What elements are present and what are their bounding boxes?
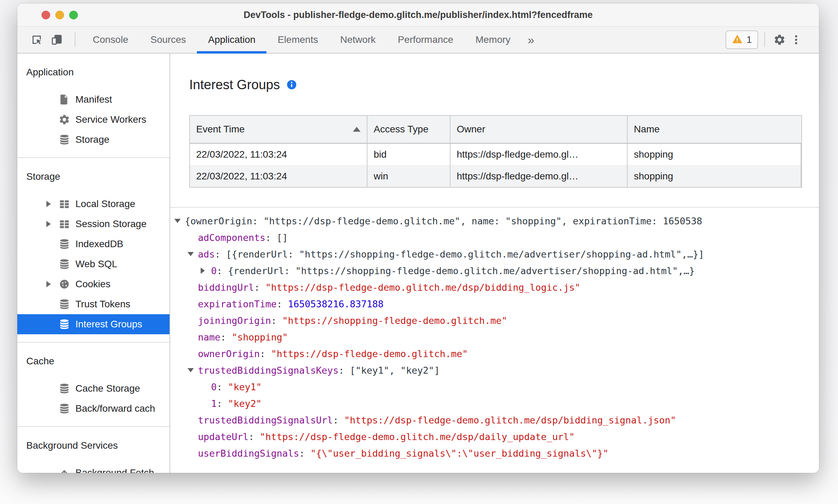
sidebar-item-manifest[interactable]: Manifest [17, 90, 170, 110]
toolbar-separator [75, 32, 75, 47]
sidebar-item-label: Manifest [75, 94, 112, 105]
page-title: Interest Groups [189, 77, 280, 92]
zoom-button[interactable] [69, 11, 78, 19]
tab-performance[interactable]: Performance [387, 27, 464, 53]
tree-segment-key: updateUrl [198, 431, 248, 442]
sort-asc-icon [353, 127, 361, 132]
tree-segment-string: "https://shopping-fledge-demo.glitch.me" [282, 315, 507, 326]
column-header-event-time[interactable]: Event Time [190, 116, 367, 143]
interest-group-detail-tree: {ownerOrigin: "https://dsp-fledge-demo.g… [170, 207, 819, 473]
tree-segment-number: 1650538216.837188 [288, 299, 383, 309]
tree-line: 0: "key1" [170, 379, 819, 395]
tree-line: userBiddingSignals: "{\"user_bidding_sig… [170, 445, 819, 461]
tree-segment-key: trustedBiddingSignalsKeys [198, 365, 338, 376]
tab-application[interactable]: Application [197, 27, 266, 53]
inspect-icon[interactable] [28, 31, 45, 48]
tree-line: biddingUrl: "https://dsp-fledge-demo.gli… [170, 279, 819, 296]
cell-access-type: win [367, 166, 450, 187]
tree-segment-preview: ["key1", "key2"] [350, 365, 440, 376]
tree-segment-plain: : [260, 348, 271, 359]
tree-segment-key: ownerOrigin [198, 348, 260, 359]
cell-name: shopping [628, 144, 801, 165]
table-row[interactable]: 22/03/2022, 11:03:24winhttps://dsp-fledg… [190, 165, 801, 187]
kebab-menu-icon[interactable] [788, 31, 804, 48]
settings-gear-icon[interactable] [771, 31, 788, 48]
grid-icon [58, 198, 71, 210]
sidebar-item-label: Back/forward cach [75, 403, 155, 414]
minimize-button[interactable] [55, 11, 64, 19]
more-tabs-icon[interactable]: » [521, 27, 540, 53]
sidebar-item-storage[interactable]: Storage [17, 130, 170, 150]
column-header-label: Owner [457, 124, 485, 135]
tree-line: joiningOrigin: "https://shopping-fledge-… [170, 312, 819, 329]
tree-segment-plain: : [265, 232, 277, 243]
tab-console[interactable]: Console [82, 27, 139, 53]
sidebar-item-session-storage[interactable]: Session Storage [17, 214, 170, 234]
sidebar-item-label: Cookies [75, 279, 110, 290]
expand-arrow-icon[interactable] [46, 221, 58, 227]
chevron-right-icon[interactable] [201, 268, 211, 274]
sidebar-item-background-fetch[interactable]: Background Fetch [17, 463, 170, 473]
sidebar-section-background-services: Background ServicesBackground Fetch [17, 426, 170, 473]
sidebar-section-title: Cache [17, 352, 170, 371]
tab-sources[interactable]: Sources [139, 27, 197, 53]
interest-groups-panel: Interest Groups Event TimeAccess TypeOwn… [170, 54, 819, 473]
sidebar-item-service-workers[interactable]: Service Workers [17, 110, 170, 130]
tree-line: name: "shopping" [170, 329, 819, 345]
database-icon [58, 133, 71, 146]
cell-event-time: 22/03/2022, 11:03:24 [190, 144, 367, 165]
tab-memory[interactable]: Memory [464, 27, 521, 53]
tab-network[interactable]: Network [329, 27, 387, 53]
sidebar-item-cache-storage[interactable]: Cache Storage [17, 379, 170, 399]
sidebar-item-web-sql[interactable]: Web SQL [17, 254, 170, 274]
sidebar-section-cache: CacheCache StorageBack/forward cach [17, 342, 170, 426]
table-body: 22/03/2022, 11:03:24bidhttps://dsp-fledg… [190, 144, 801, 187]
tab-elements[interactable]: Elements [266, 27, 329, 53]
database-icon [58, 382, 71, 395]
tree-line: ownerOrigin: "https://dsp-fledge-demo.gl… [170, 345, 819, 362]
tree-line: 1: "key2" [170, 395, 819, 412]
tree-line[interactable]: ads: [{renderUrl: "https://shopping-fled… [170, 246, 819, 262]
column-header-access-type[interactable]: Access Type [367, 116, 450, 143]
sidebar-item-trust-tokens[interactable]: Trust Tokens [17, 294, 170, 314]
tree-segment-plain: : [338, 365, 350, 376]
sidebar-item-indexeddb[interactable]: IndexedDB [17, 234, 170, 254]
chevron-down-icon[interactable] [174, 219, 185, 223]
window-title: DevTools - publisher-fledge-demo.glitch.… [17, 10, 819, 20]
warning-count: 1 [746, 34, 752, 45]
sidebar-item-interest-groups[interactable]: Interest Groups [17, 314, 170, 334]
tree-segment-key: trustedBiddingSignalsUrl [198, 415, 333, 426]
column-header-owner[interactable]: Owner [450, 116, 628, 143]
tree-segment-plain: : [220, 332, 232, 343]
sidebar-section-title: Application [17, 63, 170, 82]
cell-name: shopping [628, 166, 801, 187]
sidebar-item-local-storage[interactable]: Local Storage [17, 194, 170, 214]
chevron-down-icon[interactable] [188, 252, 198, 256]
sidebar-item-label: Storage [75, 134, 109, 145]
tree-line[interactable]: 0: {renderUrl: "https://shopping-fledge-… [170, 262, 819, 279]
database-icon [58, 258, 71, 270]
chevron-down-icon[interactable] [188, 368, 198, 372]
issues-warning-badge[interactable]: 1 [726, 30, 758, 49]
expand-arrow-icon[interactable] [46, 201, 58, 207]
tree-segment-string: "key2" [228, 398, 262, 409]
sidebar-item-back-forward-cach[interactable]: Back/forward cach [17, 399, 170, 419]
info-icon[interactable] [286, 79, 297, 90]
expand-arrow-icon[interactable] [46, 281, 58, 287]
sidebar-section-title: Storage [17, 167, 170, 186]
tree-line[interactable]: trustedBiddingSignalsKeys: ["key1", "key… [170, 362, 819, 379]
gear-icon [58, 113, 71, 126]
sidebar-item-label: IndexedDB [75, 239, 124, 250]
tree-line[interactable]: {ownerOrigin: "https://dsp-fledge-demo.g… [170, 213, 819, 229]
sidebar-item-cookies[interactable]: Cookies [17, 274, 170, 294]
close-button[interactable] [42, 11, 50, 19]
tree-segment-preview: {renderUrl: "https://shopping-fledge-dem… [228, 265, 695, 276]
table-row[interactable]: 22/03/2022, 11:03:24bidhttps://dsp-fledg… [190, 144, 801, 165]
device-toolbar-icon[interactable] [48, 31, 65, 48]
file-icon [58, 93, 71, 106]
devtools-content: ApplicationManifestService WorkersStorag… [17, 54, 819, 473]
tree-segment-string: "https://dsp-fledge-demo.glitch.me" [271, 348, 468, 359]
tree-segment-plain: : [254, 282, 266, 293]
tree-segment-plain: : [299, 448, 311, 459]
column-header-name[interactable]: Name [628, 116, 801, 143]
